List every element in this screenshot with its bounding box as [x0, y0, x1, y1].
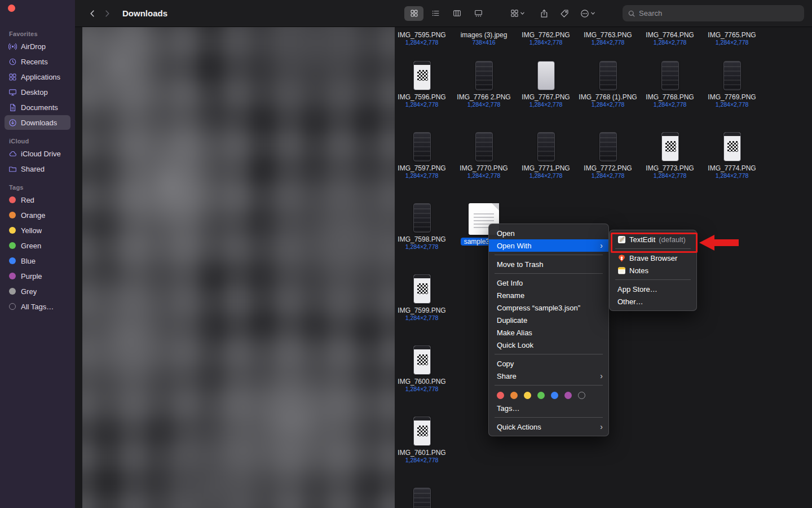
tags-button[interactable]: [558, 6, 571, 21]
file-img-7764-png[interactable]: IMG_7764.PNG1,284×2,778: [639, 28, 701, 46]
file-name: IMG_7766 2.PNG: [453, 93, 515, 101]
list-view-button[interactable]: [426, 6, 445, 21]
menu-item-duplicate[interactable]: Duplicate: [489, 314, 608, 326]
sidebar-item-label: Red: [21, 196, 34, 204]
menu-item-make-alias[interactable]: Make Alias: [489, 326, 608, 339]
file-img-7765-png[interactable]: IMG_7765.PNG1,284×2,778: [701, 28, 763, 46]
sidebar-item-yellow[interactable]: Yellow: [5, 223, 70, 238]
menu-tag-dot[interactable]: [497, 392, 504, 399]
menu-item-copy[interactable]: Copy: [489, 357, 608, 370]
menu-item-share[interactable]: Share›: [489, 370, 608, 382]
sidebar-section-icloud: iCloudiCloud DriveShared: [0, 138, 75, 176]
menu-tag-dot[interactable]: [537, 392, 545, 399]
window-controls: [8, 5, 15, 12]
all-tags-icon: [9, 303, 16, 310]
file-img-7772-png[interactable]: IMG_7772.PNG1,284×2,778: [577, 132, 639, 179]
share-button[interactable]: [537, 6, 551, 21]
menu-item-brave-browser[interactable]: Brave Browser: [610, 252, 696, 264]
close-window-button[interactable]: [8, 5, 15, 12]
menu-tag-dot-none[interactable]: [578, 392, 585, 399]
forward-button[interactable]: [100, 6, 114, 21]
menu-item-label: Notes: [629, 266, 648, 275]
file-img-7599-png[interactable]: IMG_7599.PNG1,284×2,778: [391, 274, 453, 322]
file-img-7598-png[interactable]: IMG_7598.PNG1,284×2,778: [391, 203, 453, 251]
menu-separator: [495, 385, 603, 386]
menu-tag-dot[interactable]: [524, 392, 531, 399]
menu-item-move-to-trash[interactable]: Move to Trash: [489, 258, 608, 270]
icon-view-button[interactable]: [404, 6, 423, 21]
file-img-7769-png[interactable]: IMG_7769.PNG1,284×2,778: [701, 61, 763, 108]
sidebar-item-downloads[interactable]: Downloads: [5, 115, 70, 130]
sidebar-item-applications[interactable]: Applications: [5, 69, 70, 84]
menu-item-notes[interactable]: Notes: [610, 264, 696, 277]
sidebar-item-blue[interactable]: Blue: [5, 253, 70, 268]
sidebar-item-green[interactable]: Green: [5, 238, 70, 253]
group-button[interactable]: [508, 6, 527, 21]
menu-tag-colors: [489, 388, 608, 402]
menu-tag-dot[interactable]: [551, 392, 558, 399]
arrow-head: [699, 235, 714, 251]
menu-item-open[interactable]: Open: [489, 227, 608, 239]
menu-item-label: Share: [497, 372, 517, 380]
menu-item-get-info[interactable]: Get Info: [489, 277, 608, 289]
file-img-7770-png[interactable]: IMG_7770.PNG1,284×2,778: [453, 132, 515, 179]
search-input[interactable]: [639, 9, 799, 17]
gallery-view-button[interactable]: [469, 6, 488, 21]
menu-tag-dot[interactable]: [564, 392, 572, 399]
file-images-3-jpeg[interactable]: images (3).jpeg738×416: [453, 28, 515, 46]
menu-item-quick-look[interactable]: Quick Look: [489, 339, 608, 351]
menu-item-rename[interactable]: Rename: [489, 289, 608, 301]
back-button[interactable]: [85, 6, 100, 21]
file-img-7762-png[interactable]: IMG_7762.PNG1,284×2,778: [515, 28, 577, 46]
sidebar-item-all-tags[interactable]: All Tags…: [5, 299, 70, 314]
menu-item-open-with[interactable]: Open With›: [489, 239, 608, 252]
chevron-down-icon: [520, 11, 525, 16]
sidebar-section-title: iCloud: [9, 138, 75, 144]
sidebar-item-label: AirDrop: [21, 42, 46, 51]
sidebar-item-orange[interactable]: Orange: [5, 208, 70, 222]
menu-item-tags[interactable]: Tags…: [489, 402, 608, 414]
search-field[interactable]: [623, 5, 804, 21]
file-img-7768-png[interactable]: IMG_7768.PNG1,284×2,778: [639, 61, 701, 108]
sidebar-item-desktop[interactable]: Desktop: [5, 85, 70, 99]
menu-item-label: Open: [497, 229, 515, 238]
sidebar-item-label: All Tags…: [21, 303, 54, 311]
sidebar-item-red[interactable]: Red: [5, 192, 70, 207]
file-img-7597-png[interactable]: IMG_7597.PNG1,284×2,778: [391, 132, 453, 179]
file-img-7763-png[interactable]: IMG_7763.PNG1,284×2,778: [577, 28, 639, 46]
file-img-7766-2-png[interactable]: IMG_7766 2.PNG1,284×2,778: [453, 61, 515, 108]
sidebar-item-label: Purple: [21, 272, 42, 281]
file-img-7768-1-png[interactable]: IMG_7768 (1).PNG1,284×2,778: [577, 61, 639, 108]
file-img-7774-png[interactable]: IMG_7774.PNG1,284×2,778: [701, 132, 763, 179]
sidebar-item-grey[interactable]: Grey: [5, 284, 70, 299]
file-img-7771-png[interactable]: IMG_7771.PNG1,284×2,778: [515, 132, 577, 179]
file-thumbnail: [413, 417, 431, 446]
sidebar-item-recents[interactable]: Recents: [5, 54, 70, 69]
file-dimensions: 1,284×2,778: [577, 39, 639, 46]
file-dimensions: 1,284×2,778: [515, 39, 577, 46]
file-img-7596-png[interactable]: IMG_7596.PNG1,284×2,778: [391, 61, 453, 108]
file-img-7773-png[interactable]: IMG_7773.PNG1,284×2,778: [639, 132, 701, 179]
sidebar-item-documents[interactable]: Documents: [5, 100, 70, 115]
menu-item-other[interactable]: Other…: [610, 295, 696, 308]
file-partial[interactable]: [391, 488, 453, 508]
menu-item-app-store[interactable]: App Store…: [610, 283, 696, 295]
chevron-right-icon: ›: [600, 423, 603, 431]
sidebar-item-purple[interactable]: Purple: [5, 269, 70, 283]
finder-window: FavoritesAirDropRecentsApplicationsDeskt…: [0, 0, 812, 508]
menu-item-quick-actions[interactable]: Quick Actions›: [489, 421, 608, 433]
file-name: IMG_7601.PNG: [391, 449, 453, 457]
airdrop-icon: [8, 42, 17, 51]
file-img-7767-png[interactable]: IMG_7767.PNG1,284×2,778: [515, 61, 577, 108]
sidebar-item-icloud-drive[interactable]: iCloud Drive: [5, 146, 70, 161]
file-img-7601-png[interactable]: IMG_7601.PNG1,284×2,778: [391, 417, 453, 464]
more-actions-button[interactable]: [578, 6, 598, 21]
menu-tag-dot[interactable]: [510, 392, 518, 399]
sidebar-item-airdrop[interactable]: AirDrop: [5, 39, 70, 54]
sidebar-item-shared[interactable]: Shared: [5, 161, 70, 176]
menu-item-compress-sample3-json[interactable]: Compress “sample3.json”: [489, 301, 608, 314]
column-view-button[interactable]: [447, 6, 466, 21]
file-img-7595-png[interactable]: IMG_7595.PNG1,284×2,778: [391, 28, 453, 46]
tag-yellow-icon: [9, 227, 16, 234]
file-img-7600-png[interactable]: IMG_7600.PNG1,284×2,778: [391, 345, 453, 393]
